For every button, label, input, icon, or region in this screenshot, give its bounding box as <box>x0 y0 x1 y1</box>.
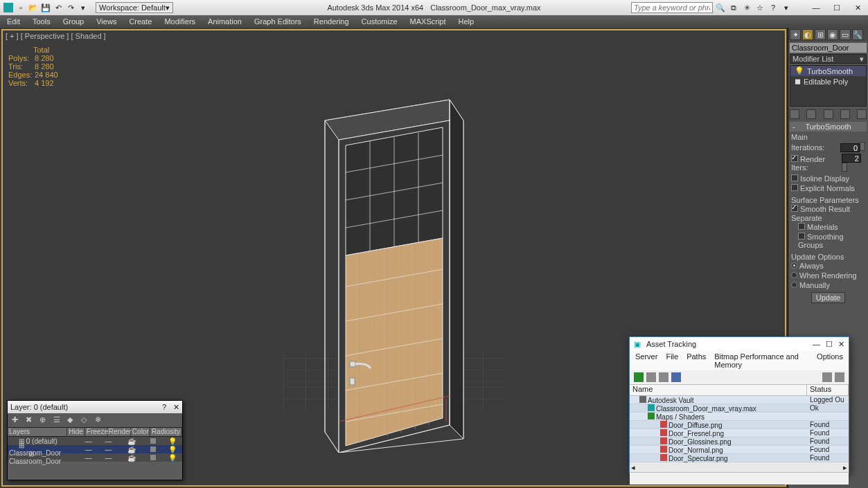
asset-window-titlebar[interactable]: ▣Asset Tracking —☐✕ <box>630 337 849 351</box>
col-render[interactable]: Render <box>107 428 131 436</box>
menu-edit[interactable]: Edit <box>7 17 20 26</box>
star-icon[interactable]: ☆ <box>754 2 765 13</box>
smooth-result-checkbox[interactable] <box>791 205 798 212</box>
options-icon[interactable] <box>835 372 844 382</box>
menu-create[interactable]: Create <box>129 17 152 26</box>
iterations-spinner[interactable]: 0 <box>840 143 860 152</box>
table-icon[interactable] <box>671 372 681 382</box>
display-tab[interactable]: ▭ <box>840 29 851 40</box>
close-icon[interactable]: ✕ <box>838 340 844 349</box>
col-hide[interactable]: Hide <box>67 428 85 436</box>
asset-row[interactable]: Door_Glossines.pngFound <box>630 437 849 446</box>
explicit-normals-checkbox[interactable] <box>791 184 798 191</box>
asset-row[interactable]: Door_Fresnel.pngFound <box>630 429 849 437</box>
smoothing-groups-checkbox[interactable] <box>798 233 805 240</box>
asset-menu-paths[interactable]: Paths <box>687 352 706 369</box>
col-layers[interactable]: Layers <box>8 428 67 436</box>
list-icon[interactable] <box>659 372 668 382</box>
minimize-button[interactable]: — <box>806 0 826 15</box>
make-unique-button[interactable] <box>824 109 833 119</box>
asset-row[interactable]: Classroom_Door_max_vray.maxOk <box>630 404 849 413</box>
col-status[interactable]: Status <box>807 385 849 395</box>
close-button[interactable]: ✕ <box>847 0 868 15</box>
minimize-button[interactable]: — <box>813 340 820 348</box>
search-icon[interactable]: 🔍 <box>715 2 726 13</box>
layer-window-titlebar[interactable]: Layer: 0 (default) ?✕ <box>8 401 182 413</box>
remove-modifier-button[interactable] <box>840 109 850 119</box>
spinner-buttons[interactable] <box>842 163 847 172</box>
select-layer-icon[interactable]: ☰ <box>53 415 63 425</box>
modifier-item[interactable]: 💡TurboSmooth <box>790 66 866 76</box>
save-icon[interactable]: 💾 <box>40 2 51 13</box>
menu-modifiers[interactable]: Modifiers <box>164 17 195 26</box>
col-name[interactable]: Name <box>630 385 807 395</box>
isoline-checkbox[interactable] <box>791 174 798 181</box>
layer-manager-window[interactable]: Layer: 0 (default) ?✕ ✚ ✖ ⊕ ☰ ◆ ◇ ❄ Laye… <box>7 400 183 480</box>
asset-row[interactable]: Autodesk VaultLogged Ou <box>630 396 849 404</box>
undo-icon[interactable]: ↶ <box>53 2 64 13</box>
help-icon[interactable]: ? <box>768 2 779 13</box>
highlight-icon[interactable]: ◆ <box>67 415 77 425</box>
menu-group[interactable]: Group <box>63 17 85 26</box>
hide-icon[interactable]: ◇ <box>81 415 91 425</box>
modifier-item[interactable]: ◼Editable Poly <box>790 76 866 87</box>
asset-menu-server[interactable]: Server <box>635 352 657 369</box>
materials-checkbox[interactable] <box>798 223 805 230</box>
menu-graph-editors[interactable]: Graph Editors <box>254 17 301 26</box>
freeze-icon[interactable]: ❄ <box>95 415 105 425</box>
asset-menu-options[interactable]: Options <box>817 352 843 369</box>
manually-radio[interactable] <box>791 282 797 288</box>
refresh-icon[interactable] <box>634 372 644 382</box>
col-freeze[interactable]: Freeze <box>85 428 107 436</box>
new-layer-icon[interactable]: ✚ <box>12 415 21 425</box>
show-end-result-button[interactable] <box>806 109 816 119</box>
add-to-layer-icon[interactable]: ⊕ <box>39 415 49 425</box>
close-icon[interactable]: ✕ <box>173 403 179 412</box>
menu-customize[interactable]: Customize <box>362 17 398 26</box>
menu-rendering[interactable]: Rendering <box>314 17 349 26</box>
open-icon[interactable]: 📂 <box>28 2 39 13</box>
search-input[interactable] <box>631 2 713 13</box>
modifier-stack[interactable]: 💡TurboSmooth ◼Editable Poly <box>790 65 867 107</box>
hierarchy-tab[interactable]: ⊞ <box>815 29 826 40</box>
asset-row[interactable]: Door_Normal.pngFound <box>630 446 849 454</box>
update-button[interactable]: Update <box>811 292 845 303</box>
asset-tracking-window[interactable]: ▣Asset Tracking —☐✕ Server File Paths Bi… <box>629 336 849 473</box>
help-button[interactable]: ? <box>162 403 166 411</box>
configure-sets-button[interactable] <box>857 109 867 119</box>
door-model[interactable] <box>297 65 491 454</box>
asset-menu-file[interactable]: File <box>666 352 678 369</box>
render-iters-checkbox[interactable] <box>791 155 798 162</box>
asset-row[interactable]: Door_Diffuse.pngFound <box>630 421 849 429</box>
utilities-tab[interactable]: 🔧 <box>852 29 863 40</box>
asset-menu-bitmap[interactable]: Bitmap Performance and Memory <box>714 352 808 369</box>
link-icon[interactable]: ⧉ <box>728 2 739 13</box>
col-radiosity[interactable]: Radiosity <box>150 428 182 436</box>
chevron-down-icon[interactable]: ▾ <box>781 2 792 13</box>
always-radio[interactable] <box>791 262 797 269</box>
when-rendering-radio[interactable] <box>791 272 797 278</box>
horizontal-scrollbar[interactable]: ◂▸ <box>630 462 849 472</box>
modifier-list-dropdown[interactable]: Modifier List▾ <box>790 54 867 64</box>
app-icon[interactable] <box>3 2 14 13</box>
spinner-buttons[interactable] <box>860 142 865 151</box>
menu-views[interactable]: Views <box>96 17 116 26</box>
new-icon[interactable]: ▫ <box>15 2 26 13</box>
create-tab[interactable]: ✦ <box>790 29 801 40</box>
redo-icon[interactable]: ↷ <box>65 2 76 13</box>
turbosmooth-rollup-header[interactable]: TurboSmooth <box>790 122 867 132</box>
exchange-icon[interactable]: ✳ <box>741 2 752 13</box>
maximize-button[interactable]: ☐ <box>826 0 847 15</box>
workspace-selector[interactable]: Workspace: Default ▾ <box>96 2 173 13</box>
object-name-field[interactable]: Classroom_Door <box>790 43 867 53</box>
pin-stack-button[interactable] <box>790 109 799 119</box>
layer-row[interactable]: ⊞ Classroom_Door——☕💡 <box>8 453 182 462</box>
viewport-label[interactable]: [ + ] [ Perspective ] [ Shaded ] <box>6 32 106 40</box>
settings-icon[interactable] <box>822 372 832 382</box>
motion-tab[interactable]: ◉ <box>827 29 838 40</box>
menu-help[interactable]: Help <box>459 17 475 26</box>
maximize-button[interactable]: ☐ <box>826 340 833 349</box>
render-iters-spinner[interactable]: 2 <box>842 154 861 163</box>
asset-row[interactable]: Door_Specular.pngFound <box>630 454 849 462</box>
delete-layer-icon[interactable]: ✖ <box>26 415 35 425</box>
